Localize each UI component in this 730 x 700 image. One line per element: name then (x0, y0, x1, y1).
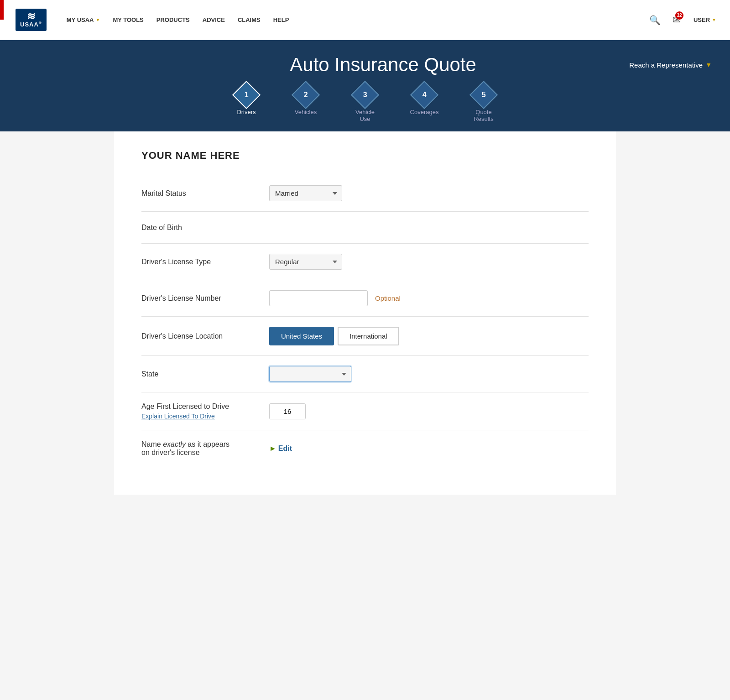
step-1-drivers[interactable]: 1 Drivers (217, 85, 276, 122)
logo-area: ≋ USAA® (16, 9, 47, 31)
drivers-license-type-select[interactable]: Regular Commercial Learner's Permit None (269, 254, 342, 270)
nav-help[interactable]: HELP (267, 0, 296, 40)
step-3-vehicle-use[interactable]: 3 VehicleUse (335, 85, 395, 122)
page-title: Auto Insurance Quote (137, 54, 629, 76)
main-form-content: YOUR NAME HERE Marital Status Married Si… (114, 131, 616, 495)
optional-label: Optional (375, 294, 401, 302)
reach-representative-button[interactable]: Reach a Representative ▼ (629, 61, 712, 69)
step-4-diamond[interactable]: 4 (410, 81, 438, 109)
step-5-number: 5 (482, 91, 486, 99)
step-2-label: Vehicles (295, 109, 317, 115)
drivers-license-type-field: Regular Commercial Learner's Permit None (269, 254, 589, 270)
name-on-license-label: Name exactly as it appearson driver's li… (141, 440, 269, 457)
step-3-label: VehicleUse (355, 109, 375, 122)
step-4-coverages[interactable]: 4 Coverages (395, 85, 454, 122)
navigation: ≋ USAA® MY USAA ▼ MY TOOLS PRODUCTS ADVI… (0, 0, 730, 40)
hero-header: Auto Insurance Quote Reach a Representat… (0, 40, 730, 85)
state-row: State Alabama Alaska Arizona California … (141, 356, 589, 392)
reach-rep-chevron-icon: ▼ (705, 61, 712, 68)
usaa-logo[interactable]: ≋ USAA® (16, 9, 47, 31)
international-button[interactable]: International (338, 327, 399, 345)
step-5-label: QuoteResults (474, 109, 493, 122)
marital-status-select[interactable]: Married Single Divorced Widowed Separate… (269, 185, 342, 201)
age-first-licensed-label: Age First Licensed to Drive (141, 402, 269, 411)
step-5-diamond[interactable]: 5 (469, 81, 498, 109)
nav-accent (0, 0, 4, 40)
date-of-birth-row: Date of Birth (141, 212, 589, 244)
state-label: State (141, 370, 269, 378)
drivers-license-number-row: Driver's License Number Optional (141, 280, 589, 317)
date-of-birth-label: Date of Birth (141, 224, 269, 232)
step-2-number: 2 (304, 91, 308, 99)
name-on-license-row: Name exactly as it appearson driver's li… (141, 430, 589, 467)
drivers-license-location-row: Driver's License Location United States … (141, 317, 589, 356)
step-5-quote-results[interactable]: 5 QuoteResults (454, 85, 513, 122)
nav-links: MY USAA ▼ MY TOOLS PRODUCTS ADVICE CLAIM… (60, 0, 646, 40)
step-1-diamond[interactable]: 1 (232, 81, 261, 109)
step-1-label: Drivers (237, 109, 256, 115)
step-2-vehicles[interactable]: 2 Vehicles (276, 85, 335, 122)
drivers-license-type-row: Driver's License Type Regular Commercial… (141, 244, 589, 280)
steps-progress-bar: 1 Drivers 2 Vehicles 3 VehicleUse 4 Cove… (0, 85, 730, 131)
drivers-license-number-label: Driver's License Number (141, 294, 269, 303)
state-field: Alabama Alaska Arizona California Colora… (269, 366, 589, 382)
nav-claims[interactable]: CLAIMS (231, 0, 267, 40)
logo-text: USAA® (20, 21, 42, 28)
age-first-licensed-row: Age First Licensed to Drive Explain Lice… (141, 392, 589, 430)
mail-badge: 32 (675, 11, 683, 20)
state-select[interactable]: Alabama Alaska Arizona California Colora… (269, 366, 351, 382)
step-3-diamond[interactable]: 3 (351, 81, 379, 109)
age-first-licensed-field (269, 403, 589, 419)
nav-right-actions: 🔍 ✉ 32 USER ▼ (646, 10, 721, 30)
step-2-diamond[interactable]: 2 (292, 81, 320, 109)
nav-advice[interactable]: ADVICE (196, 0, 231, 40)
marital-status-label: Marital Status (141, 189, 269, 198)
step-4-number: 4 (422, 91, 427, 99)
step-3-number: 3 (363, 91, 367, 99)
nav-my-tools[interactable]: MY TOOLS (106, 0, 150, 40)
drivers-license-number-input[interactable] (269, 290, 368, 306)
drivers-license-type-label: Driver's License Type (141, 258, 269, 266)
drivers-license-location-label: Driver's License Location (141, 332, 269, 340)
logo-waves-icon: ≋ (27, 11, 35, 21)
explain-licensed-link[interactable]: Explain Licensed To Drive (141, 413, 269, 420)
drivers-license-number-field: Optional (269, 290, 589, 306)
united-states-button[interactable]: United States (269, 327, 334, 345)
marital-status-row: Marital Status Married Single Divorced W… (141, 175, 589, 212)
drivers-license-location-field: United States International (269, 327, 589, 345)
nav-products[interactable]: PRODUCTS (150, 0, 196, 40)
user-chevron-icon: ▼ (712, 17, 716, 22)
my-usaa-chevron-icon: ▼ (95, 17, 100, 22)
step-4-label: Coverages (410, 109, 439, 115)
marital-status-field: Married Single Divorced Widowed Separate… (269, 185, 589, 201)
name-on-license-field: ► Edit (269, 444, 589, 453)
nav-my-usaa[interactable]: MY USAA ▼ (60, 0, 107, 40)
search-icon[interactable]: 🔍 (646, 11, 664, 29)
age-first-licensed-label-area: Age First Licensed to Drive Explain Lice… (141, 402, 269, 420)
edit-arrow-icon: ► (269, 444, 276, 453)
license-location-toggle: United States International (269, 327, 399, 345)
step-1-number: 1 (245, 91, 249, 99)
edit-name-link[interactable]: ► Edit (269, 444, 292, 453)
user-menu[interactable]: USER ▼ (689, 16, 721, 23)
age-first-licensed-input[interactable] (269, 403, 306, 419)
section-name: YOUR NAME HERE (141, 150, 589, 162)
mail-button[interactable]: ✉ 32 (669, 10, 684, 30)
